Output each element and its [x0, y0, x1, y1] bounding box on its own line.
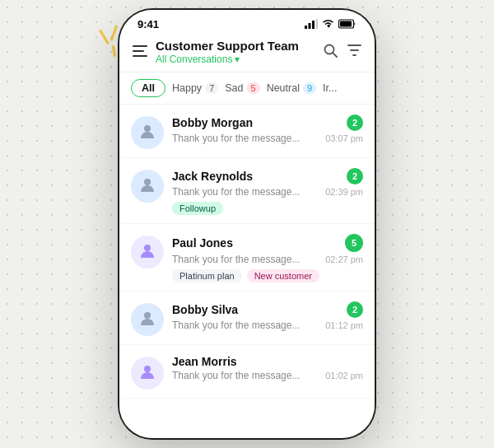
- avatar: [131, 170, 164, 203]
- conv-body: Bobby Silva 2 Thank you for the message.…: [172, 301, 363, 331]
- svg-line-10: [333, 53, 337, 57]
- app-title: Customer Support Team: [156, 39, 324, 54]
- conversation-list: Bobby Morgan 2 Thank you for the message…: [119, 105, 375, 438]
- conv-preview: Thank you for the message...: [172, 320, 319, 331]
- list-item[interactable]: Bobby Morgan 2 Thank you for the message…: [119, 105, 375, 158]
- conv-body: Paul Jones 5 Thank you for the message..…: [172, 234, 363, 282]
- person-icon: [138, 362, 156, 385]
- conv-badge: 2: [347, 301, 363, 318]
- svg-point-14: [144, 312, 151, 319]
- conv-name: Bobby Silva: [172, 303, 238, 316]
- tag-followup: Followup: [172, 202, 223, 215]
- conv-name: Bobby Morgan: [172, 116, 253, 129]
- conversations-filter[interactable]: All Conversations ▾: [156, 54, 324, 65]
- svg-rect-0: [305, 26, 307, 29]
- person-icon: [138, 241, 156, 264]
- conv-time: 01:02 pm: [325, 371, 363, 380]
- wifi-icon: [322, 19, 334, 30]
- conv-time: 02:27 pm: [325, 254, 363, 264]
- list-item[interactable]: Paul Jones 5 Thank you for the message..…: [119, 224, 375, 292]
- conv-badge: 2: [347, 168, 363, 184]
- conv-preview: Thank you for the message...: [172, 133, 319, 144]
- list-item[interactable]: Jack Reynolds 2 Thank you for the messag…: [119, 158, 375, 224]
- svg-point-15: [144, 366, 151, 372]
- avatar: [131, 236, 164, 268]
- tag-new-customer: New customer: [247, 269, 319, 282]
- svg-point-12: [144, 179, 151, 185]
- svg-point-13: [144, 245, 151, 251]
- avatar: [131, 303, 164, 336]
- conv-preview: Thank you for the message...: [172, 370, 319, 381]
- svg-rect-2: [312, 21, 315, 29]
- filter-icon[interactable]: [347, 44, 361, 60]
- conv-badge: 5: [345, 234, 363, 252]
- app-header: Customer Support Team All Conversations …: [119, 34, 375, 72]
- list-item[interactable]: Bobby Silva 2 Thank you for the message.…: [119, 292, 375, 345]
- conv-tags: Platinum plan New customer: [172, 269, 363, 282]
- conv-name: Jean Morris: [172, 355, 237, 368]
- svg-rect-6: [133, 45, 147, 47]
- conv-body: Jack Reynolds 2 Thank you for the messag…: [172, 168, 363, 215]
- conv-name: Paul Jones: [172, 236, 233, 250]
- conv-time: 01:12 pm: [325, 320, 363, 330]
- search-icon[interactable]: [324, 44, 338, 61]
- conv-preview: Thank you for the message...: [172, 254, 319, 265]
- conv-badge: 2: [347, 114, 363, 131]
- conv-time: 03:07 pm: [325, 133, 363, 143]
- conv-preview: Thank you for the message...: [172, 186, 319, 198]
- status-icons: [305, 19, 357, 30]
- conv-time: 02:39 pm: [325, 187, 363, 197]
- header-actions: [324, 44, 361, 61]
- conv-name: Jack Reynolds: [172, 170, 253, 183]
- list-item[interactable]: Jean Morris Thank you for the message...…: [119, 345, 375, 399]
- signal-icon: [305, 19, 318, 30]
- svg-rect-8: [133, 55, 147, 57]
- svg-rect-3: [316, 19, 319, 29]
- header-title-area: Customer Support Team All Conversations …: [156, 39, 324, 65]
- svg-rect-5: [340, 21, 352, 26]
- tag-platinum: Platinum plan: [172, 269, 242, 282]
- battery-icon: [338, 19, 357, 30]
- conv-body: Bobby Morgan 2 Thank you for the message…: [172, 114, 363, 144]
- person-icon: [138, 309, 156, 331]
- person-icon: [138, 122, 156, 144]
- status-time: 9:41: [137, 18, 159, 30]
- tab-sad[interactable]: Sad 5: [225, 82, 259, 94]
- filter-tabs: All Happy 7 Sad 5 Neutral 9 Ir...: [119, 72, 375, 105]
- tab-all[interactable]: All: [131, 79, 165, 97]
- svg-rect-7: [133, 50, 144, 52]
- conv-tags: Followup: [172, 202, 363, 215]
- svg-rect-1: [309, 23, 311, 29]
- tab-happy[interactable]: Happy 7: [172, 82, 218, 94]
- menu-icon[interactable]: [133, 44, 147, 59]
- conv-body: Jean Morris Thank you for the message...…: [172, 355, 363, 381]
- svg-point-11: [144, 125, 151, 132]
- tab-irritated[interactable]: Ir...: [323, 82, 337, 94]
- avatar: [131, 116, 164, 149]
- phone-shell: 9:41: [119, 10, 375, 438]
- tab-neutral[interactable]: Neutral 9: [267, 82, 316, 94]
- status-bar: 9:41: [119, 10, 375, 34]
- avatar: [131, 357, 164, 390]
- person-icon: [138, 175, 156, 198]
